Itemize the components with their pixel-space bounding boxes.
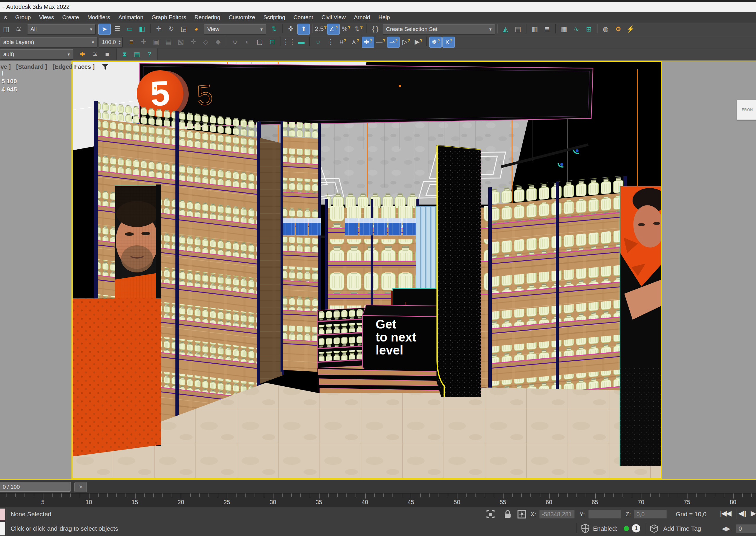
previous-frame-button[interactable]: ◀|| <box>738 509 746 518</box>
menu-animation[interactable]: Animation <box>114 13 148 22</box>
toggle-scene-explorer-icon[interactable]: ▥ <box>529 24 541 35</box>
time-tag-cube-icon[interactable] <box>650 524 659 533</box>
curve-editor-icon[interactable]: ∿ <box>570 24 582 35</box>
play-button[interactable]: ▶ <box>751 509 755 518</box>
dotted-circle-icon[interactable]: ◌ <box>229 37 241 47</box>
z-coordinate-field[interactable]: 0,0 <box>634 510 667 519</box>
menu-content[interactable]: Content <box>290 13 318 22</box>
edit-named-selection-sets-icon[interactable]: { } <box>369 24 381 34</box>
transform-typein-icon[interactable] <box>517 510 526 519</box>
render-teapot-icon[interactable]: ⚡ <box>625 24 636 35</box>
viewcube[interactable]: FRON <box>737 100 756 120</box>
hide-layer-icon[interactable]: ◆ <box>212 37 224 47</box>
menu-views[interactable]: Views <box>35 13 58 22</box>
select-and-manipulate-icon[interactable]: ✜ <box>285 24 297 34</box>
measure-distance-icon[interactable]: ▬ <box>295 37 307 47</box>
coordinate-system-dropdown[interactable]: View ▼ <box>204 24 266 35</box>
select-and-rotate-icon[interactable]: ↻ <box>165 24 177 34</box>
freeze-help-icon[interactable]: ❄? <box>430 37 442 48</box>
menu-customize[interactable]: Customize <box>224 13 259 22</box>
menu-scripting[interactable]: Scripting <box>259 13 290 22</box>
left-viewport[interactable]: l 5 100 4 945 <box>0 60 71 479</box>
maxscript-mini-listener-white[interactable] <box>0 522 5 535</box>
perspective-viewport[interactable]: 5 5 <box>71 60 662 479</box>
viewport-style-label[interactable]: [Edged Faces ] <box>52 63 94 70</box>
bind-to-spacewarp-icon[interactable]: ≋ <box>13 24 24 35</box>
segment-help-icon[interactable]: —? <box>375 37 387 47</box>
angle-snap-toggle-icon[interactable]: ∠? <box>327 24 340 35</box>
add-point-help-icon[interactable]: ✚? <box>362 37 374 48</box>
maxscript-mini-listener-pink[interactable] <box>0 509 5 520</box>
white-swatch-icon[interactable]: ■ <box>101 49 113 60</box>
layer-list-icon[interactable]: ≡ <box>125 37 137 47</box>
select-by-name-icon[interactable]: ☰ <box>111 24 123 34</box>
snap-25d-icon[interactable]: 2.5? <box>315 24 326 34</box>
spinner-arrows-icon[interactable]: ▲▼ <box>119 40 121 45</box>
add-layer-icon[interactable]: ✚ <box>77 49 88 60</box>
toggle-ribbon-icon[interactable]: ▦ <box>558 24 570 35</box>
viewport-shading-label[interactable]: [Standard ] <box>16 63 47 70</box>
percent-snap-toggle-icon[interactable]: %? <box>340 24 352 34</box>
select-object-icon[interactable]: ➤ <box>98 24 111 35</box>
align-icon[interactable]: ▤ <box>512 24 524 35</box>
select-and-scale-icon[interactable]: ◲ <box>178 24 189 34</box>
viewport-label[interactable]: ve ] [Standard ] [Edged Faces ] <box>1 63 109 70</box>
add-to-current-layer-icon[interactable]: ▤ <box>162 37 174 47</box>
select-and-place-icon[interactable]: ◕ <box>190 24 202 34</box>
time-slider[interactable]: 0 / 100 <box>0 482 71 492</box>
select-objects-in-layer-icon[interactable]: ▧ <box>175 37 187 47</box>
window-crossing-icon[interactable]: ◧ <box>136 24 148 34</box>
rectangular-selection-region-icon[interactable]: ▭ <box>124 24 136 34</box>
notes-document-icon[interactable]: ▤ <box>131 49 143 60</box>
x-help-icon[interactable]: X? <box>442 37 455 48</box>
timeline-ruler[interactable]: 5101520253035404550556065707580 <box>0 493 756 507</box>
grid-snap-help-icon[interactable]: ⌗? <box>337 37 349 47</box>
slider-help-icon[interactable]: ⊸? <box>387 37 399 48</box>
menu-s[interactable]: s <box>0 13 11 22</box>
menu-arnold[interactable]: Arnold <box>350 13 374 22</box>
menu-create[interactable]: Create <box>58 13 83 22</box>
move-pixels-icon[interactable]: ⊡ <box>266 37 278 47</box>
isolate-selection-icon[interactable] <box>486 510 495 519</box>
selection-set-dropdown[interactable]: Create Selection Set ▼ <box>383 24 495 35</box>
ghosting-icon[interactable]: ◐ <box>241 37 253 47</box>
delete-layer-icon[interactable]: ▣ <box>150 37 162 47</box>
shield-icon[interactable] <box>581 523 589 533</box>
menu-rendering[interactable]: Rendering <box>190 13 225 22</box>
pick-help-icon[interactable]: ⋏? <box>349 37 361 47</box>
menu-help[interactable]: Help <box>374 13 394 22</box>
viewport-filter-icon[interactable] <box>102 64 109 70</box>
x-coordinate-field[interactable]: -58348,281 <box>539 510 575 519</box>
material-editor-icon[interactable]: ◍ <box>600 24 612 35</box>
count-badge[interactable]: 1 <box>632 524 640 532</box>
page-edit-icon[interactable]: ▢ <box>254 37 265 47</box>
mirror-icon[interactable]: ◭ <box>500 24 511 35</box>
add-time-tag-label[interactable]: Add Time Tag <box>663 525 701 532</box>
menu-graph-editors[interactable]: Graph Editors <box>147 13 190 22</box>
selection-filter-dropdown[interactable]: All ▼ <box>27 24 96 35</box>
named-selection-dropdown[interactable]: ault) ▼ <box>0 49 73 60</box>
create-new-layer-icon[interactable]: ✚ <box>138 37 150 47</box>
layer-stack-icon[interactable]: ≋ <box>89 49 101 60</box>
arrow-help-icon[interactable]: ▷? <box>400 37 412 47</box>
layer-properties-icon[interactable]: ◇ <box>200 37 211 47</box>
grid-array-icon[interactable]: ⋮⋮ <box>283 37 295 47</box>
layers-dropdown[interactable]: able Layers) ▼ <box>0 37 97 48</box>
right-viewport[interactable]: FRON <box>662 60 756 480</box>
select-and-move-icon[interactable]: ✛ <box>153 24 165 34</box>
dotted-column-icon[interactable]: ⋮ <box>325 37 336 47</box>
filled-arrow-help-icon[interactable]: ▶? <box>413 37 424 47</box>
frame-spinner-arrows[interactable]: ◀▶ <box>722 525 729 532</box>
viewport-name-fragment[interactable]: ve ] <box>1 63 11 70</box>
menu-group[interactable]: Group <box>11 13 35 22</box>
select-and-link-icon[interactable]: ◫ <box>0 24 12 35</box>
use-pivot-point-center-icon[interactable]: ⇅ <box>268 24 280 34</box>
help-circle-icon[interactable]: ? <box>144 49 155 60</box>
percent-spinner[interactable]: 100,0 ▲▼ <box>99 37 122 48</box>
toggle-layer-explorer-icon[interactable]: ≣ <box>541 24 553 35</box>
menu-civil-view[interactable]: Civil View <box>317 13 350 22</box>
snaps-toggle-icon[interactable]: ⬆ <box>297 24 310 35</box>
next-frame-key-button[interactable]: > <box>74 482 87 492</box>
render-setup-icon[interactable]: ⚙ <box>612 24 624 35</box>
menu-modifiers[interactable]: Modifiers <box>83 13 114 22</box>
